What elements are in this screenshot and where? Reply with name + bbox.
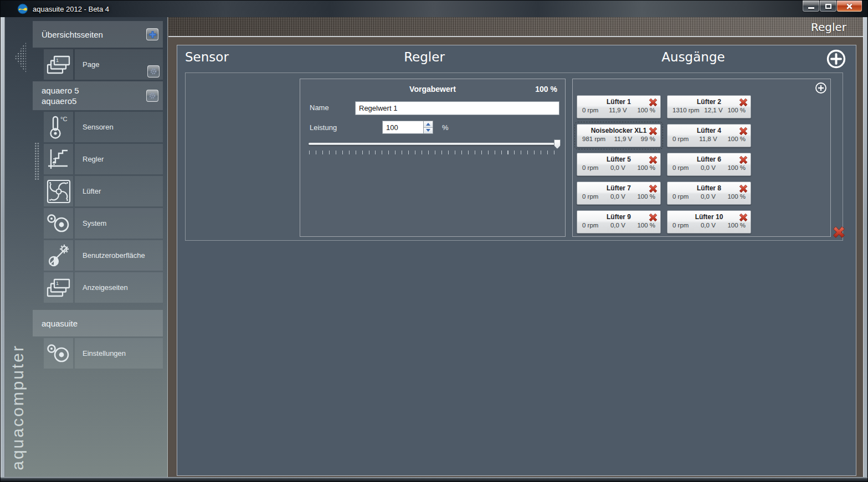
output-name: Lüfter 1 <box>607 98 631 106</box>
output-voltage: 0,0 V <box>610 164 625 171</box>
add-output-button[interactable] <box>815 82 827 94</box>
fan-output-tile[interactable]: Lüfter 5 0 rpm0,0 V100 % <box>577 153 661 176</box>
regler-panel: Sensor Regler Ausgänge Vorgabewer <box>177 45 856 476</box>
leistung-spinner <box>382 121 433 134</box>
delete-icon <box>833 226 845 239</box>
ausgaenge-box: Lüfter 1 0 rpm11,9 V100 % Lüfter 2 1310 … <box>572 79 831 237</box>
fan-output-tile-selected[interactable]: Noiseblocker XL1 981 rpm11,9 V99 % <box>577 124 661 147</box>
section-header-aquasuite: aquasuite <box>33 310 163 336</box>
output-name: Lüfter 10 <box>695 213 723 221</box>
page-title: Regler <box>811 20 846 34</box>
fan-icon <box>44 176 73 206</box>
plus-icon <box>148 30 157 39</box>
fan-output-tile[interactable]: Lüfter 7 0 rpm0,0 V100 % <box>577 182 661 205</box>
remove-output-icon[interactable] <box>649 98 658 107</box>
output-name: Lüfter 8 <box>697 184 721 192</box>
remove-output-icon[interactable] <box>739 184 748 193</box>
sidebar-collapse-arrow-icon[interactable] <box>13 40 27 75</box>
minimize-button[interactable] <box>802 1 820 12</box>
delete-controller-button[interactable] <box>833 226 845 239</box>
svg-text:°C: °C <box>60 116 67 122</box>
output-voltage: 12,1 V <box>704 107 722 113</box>
gears-icon <box>44 208 73 239</box>
sidebar-item-luefter[interactable]: Lüfter <box>44 176 163 206</box>
output-power: 100 % <box>727 193 746 200</box>
window-controls <box>803 1 862 12</box>
sidebar-item-system[interactable]: System <box>44 208 163 239</box>
slider-track[interactable] <box>309 143 561 145</box>
section-title: aquasuite <box>42 319 78 328</box>
remove-output-icon[interactable] <box>739 156 748 164</box>
output-voltage: 0,0 V <box>701 222 716 229</box>
remove-output-icon[interactable] <box>649 127 658 136</box>
gear-icon <box>150 68 157 75</box>
controller-row: Vorgabewert 100 % Name Leistung <box>185 72 843 241</box>
window-frame-right <box>863 17 867 477</box>
device-settings-button[interactable] <box>146 90 158 102</box>
name-label: Name <box>310 103 329 112</box>
output-rpm: 1310 rpm <box>672 107 700 113</box>
output-rpm: 0 rpm <box>672 193 689 200</box>
section-title: Übersichtsseiten <box>42 30 103 39</box>
plus-circle-icon <box>826 49 846 69</box>
spin-up-button[interactable] <box>424 121 433 128</box>
slider-thumb[interactable] <box>554 139 561 149</box>
remove-output-icon[interactable] <box>739 127 748 136</box>
output-rpm: 0 rpm <box>672 136 689 142</box>
output-name: Lüfter 9 <box>607 213 631 221</box>
output-name: Lüfter 6 <box>697 156 721 163</box>
add-controller-button[interactable] <box>826 49 846 69</box>
output-voltage: 11,9 V <box>609 107 626 113</box>
sidebar-item-label: Einstellungen <box>83 349 126 357</box>
arrow-down-icon <box>426 129 430 132</box>
content-frame: Sensor Regler Ausgänge Vorgabewer <box>168 38 863 477</box>
sidebar-item-einstellungen[interactable]: Einstellungen <box>44 338 163 369</box>
percent-unit-label: % <box>442 123 449 132</box>
app-logo-icon <box>17 3 28 14</box>
output-rpm: 0 rpm <box>582 222 598 229</box>
remove-output-icon[interactable] <box>739 98 748 107</box>
drag-handle[interactable] <box>34 142 40 180</box>
fan-output-tile[interactable]: Lüfter 2 1310 rpm12,1 V100 % <box>667 95 751 118</box>
page-settings-button[interactable] <box>147 65 160 77</box>
output-rpm: 0 rpm <box>672 222 689 229</box>
vorgabewert-box: Vorgabewert 100 % Name Leistung <box>300 79 566 237</box>
sidebar: Übersichtsseiten 1 <box>5 17 168 477</box>
column-title-regler: Regler <box>291 50 557 64</box>
output-rpm: 0 rpm <box>582 164 598 171</box>
add-page-button[interactable] <box>146 28 158 40</box>
fan-output-tile[interactable]: Lüfter 4 0 rpm11,8 V100 % <box>667 124 751 147</box>
leistung-label: Leistung <box>310 123 337 132</box>
sidebar-item-page[interactable]: 1 Page <box>44 49 163 80</box>
remove-output-icon[interactable] <box>649 213 658 222</box>
output-power: 100 % <box>637 222 655 229</box>
output-tile-grid: Lüfter 1 0 rpm11,9 V100 % Lüfter 2 1310 … <box>577 95 751 234</box>
spin-down-button[interactable] <box>424 128 433 134</box>
close-button[interactable] <box>836 1 862 12</box>
fan-output-tile[interactable]: Lüfter 9 0 rpm0,0 V100 % <box>577 210 661 234</box>
pages-icon: 1 <box>44 272 73 303</box>
sidebar-item-regler[interactable]: Regler <box>44 144 163 174</box>
section-header-overview: Übersichtsseiten <box>33 21 163 48</box>
remove-output-icon[interactable] <box>739 213 748 222</box>
fan-output-tile[interactable]: Lüfter 1 0 rpm11,9 V100 % <box>577 95 661 118</box>
maximize-button[interactable] <box>819 1 837 12</box>
gear-icon <box>148 92 156 100</box>
output-name: Lüfter 2 <box>697 98 721 106</box>
leistung-input[interactable] <box>382 121 423 134</box>
fan-output-tile[interactable]: Lüfter 8 0 rpm0,0 V100 % <box>667 182 751 205</box>
output-power: 100 % <box>637 164 655 171</box>
fan-output-tile[interactable]: Lüfter 10 0 rpm0,0 V100 % <box>667 210 751 234</box>
sidebar-item-sensoren[interactable]: °C Sensoren <box>44 112 163 142</box>
column-title-sensor: Sensor <box>185 50 229 64</box>
fan-output-tile[interactable]: Lüfter 6 0 rpm0,0 V100 % <box>667 153 751 176</box>
leistung-slider[interactable] <box>309 139 561 154</box>
device-name: aquaero 5 <box>42 85 79 96</box>
sidebar-item-anzeigeseiten[interactable]: 1 Anzeigeseiten <box>44 272 163 303</box>
sidebar-item-benutzeroberflaeche[interactable]: Benutzeroberfläche <box>44 240 163 271</box>
remove-output-icon[interactable] <box>649 184 658 193</box>
output-voltage: 0,0 V <box>610 222 625 229</box>
name-input[interactable] <box>355 101 559 115</box>
remove-output-icon[interactable] <box>649 156 658 164</box>
column-title-ausgaenge: Ausgänge <box>564 50 823 64</box>
